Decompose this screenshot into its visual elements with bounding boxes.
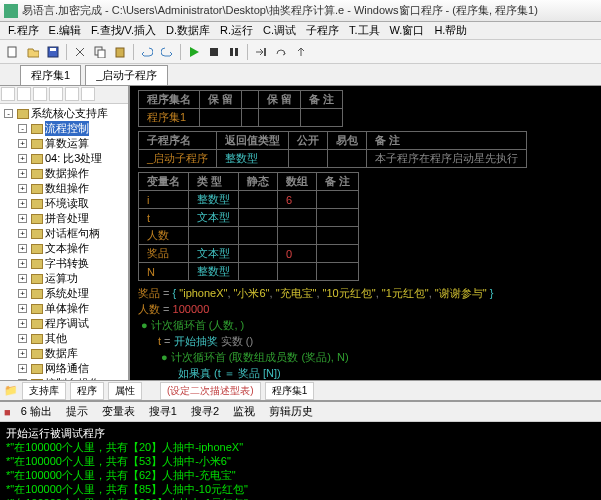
menu-bar: F.程序 E.编辑 F.查找/V.插入 D.数据库 R.运行 C.调试 子程序 … <box>0 22 601 40</box>
ctab-vars[interactable]: 变量表 <box>98 403 139 420</box>
ctab-watch[interactable]: 监视 <box>229 403 259 420</box>
menu-file[interactable]: F.程序 <box>4 22 43 39</box>
tree-item[interactable]: +控制台操作 <box>16 376 126 380</box>
code-line: ● 计次循环首 (人数, ) <box>138 317 593 333</box>
svg-rect-5 <box>116 48 124 57</box>
tab-right[interactable]: _启动子程序 <box>85 65 168 85</box>
svg-rect-2 <box>50 48 56 51</box>
redo-button[interactable] <box>158 43 176 61</box>
tree-item[interactable]: +字书转换 <box>16 256 126 271</box>
console-output[interactable]: 开始运行被调试程序*"在100000个人里，共有【20】人抽中-iphoneX"… <box>0 422 601 500</box>
console-toolbar: ■ 6 输出 提示 变量表 搜寻1 搜寻2 监视 剪辑历史 <box>0 402 601 422</box>
tree-view: -系统核心支持库 -流程控制+算数运算+04: 比3处理+数据操作+数组操作+环… <box>0 104 128 380</box>
app-icon <box>4 4 18 18</box>
undo-button[interactable] <box>138 43 156 61</box>
sidebar-btn[interactable] <box>81 87 95 101</box>
ctab-hint[interactable]: 提示 <box>62 403 92 420</box>
tree-item[interactable]: -流程控制 <box>16 121 126 136</box>
paste-button[interactable] <box>111 43 129 61</box>
code-line: 奖品 = { "iphoneX", "小米6", "充电宝", "10元红包",… <box>138 285 593 301</box>
tree-item[interactable]: +其他 <box>16 331 126 346</box>
tab-support[interactable]: 支持库 <box>22 382 66 400</box>
tree-item[interactable]: +系统处理 <box>16 286 126 301</box>
ctab-search1[interactable]: 搜寻1 <box>145 403 181 420</box>
vars-table: 变量名类 型静态数组备 注 i整数型6t文本型人数奖品文本型0N整数型 <box>138 172 359 281</box>
main-area: -系统核心支持库 -流程控制+算数运算+04: 比3处理+数据操作+数组操作+环… <box>0 86 601 380</box>
svg-rect-0 <box>8 47 16 57</box>
stepover-button[interactable] <box>272 43 290 61</box>
tree-item[interactable]: +文本操作 <box>16 241 126 256</box>
stepout-button[interactable] <box>292 43 310 61</box>
menu-window[interactable]: W.窗口 <box>386 22 429 39</box>
code-line: 人数 = 100000 <box>138 301 593 317</box>
save-button[interactable] <box>44 43 62 61</box>
open-button[interactable] <box>24 43 42 61</box>
copy-button[interactable] <box>91 43 109 61</box>
ctab-output[interactable]: 6 输出 <box>17 403 56 420</box>
sidebar: -系统核心支持库 -流程控制+算数运算+04: 比3处理+数据操作+数组操作+环… <box>0 86 130 380</box>
menu-edit[interactable]: E.编辑 <box>45 22 85 39</box>
pause-button[interactable] <box>225 43 243 61</box>
window-title: 易语言.加密完成 - C:\Users\Administrator\Deskto… <box>22 3 538 18</box>
code-line: t = 开始抽奖 实数 () <box>138 333 593 349</box>
svg-rect-8 <box>235 48 238 56</box>
bt-icon: 📁 <box>4 384 18 397</box>
tree-item[interactable]: +算数运算 <box>16 136 126 151</box>
sidebar-btn[interactable] <box>1 87 15 101</box>
menu-debug[interactable]: C.调试 <box>259 22 300 39</box>
bottom-tabs: 📁 支持库 程序 属性 (设定二次描述型表) 程序集1 <box>0 380 601 400</box>
menu-find[interactable]: F.查找/V.插入 <box>87 22 160 39</box>
tree-item[interactable]: +数组操作 <box>16 181 126 196</box>
menu-run[interactable]: R.运行 <box>216 22 257 39</box>
sidebar-btn[interactable] <box>65 87 79 101</box>
tab-left[interactable]: 程序集1 <box>20 65 81 85</box>
svg-rect-9 <box>264 48 266 56</box>
sidebar-btn[interactable] <box>33 87 47 101</box>
svg-rect-6 <box>210 48 218 56</box>
title-bar: 易语言.加密完成 - C:\Users\Administrator\Deskto… <box>0 0 601 22</box>
tab-type[interactable]: (设定二次描述型表) <box>160 382 261 400</box>
tab-bar: 程序集1 _启动子程序 <box>0 64 601 86</box>
menu-tools[interactable]: T.工具 <box>345 22 384 39</box>
stop-button[interactable] <box>205 43 223 61</box>
tree-item[interactable]: +运算功 <box>16 271 126 286</box>
tree-item[interactable]: +04: 比3处理 <box>16 151 126 166</box>
code-line: 如果真 (t ＝ 奖品 [N]) <box>138 365 593 380</box>
sidebar-btn[interactable] <box>17 87 31 101</box>
tree-item[interactable]: +对话框句柄 <box>16 226 126 241</box>
menu-help[interactable]: H.帮助 <box>430 22 471 39</box>
menu-db[interactable]: D.数据库 <box>162 22 214 39</box>
tree-item[interactable]: +单体操作 <box>16 301 126 316</box>
tree-item[interactable]: +数据库 <box>16 346 126 361</box>
tab-set1[interactable]: 程序集1 <box>265 382 315 400</box>
header-table-2: 子程序名返回值类型公开易包备 注 _启动子程序整数型本子程序在程序启动星先执行 <box>138 131 527 168</box>
new-button[interactable] <box>4 43 22 61</box>
tree-item[interactable]: +数据操作 <box>16 166 126 181</box>
svg-rect-4 <box>98 50 105 58</box>
ctab-search2[interactable]: 搜寻2 <box>187 403 223 420</box>
toolbar <box>0 40 601 64</box>
tree-item[interactable]: +程序调试 <box>16 316 126 331</box>
tree-root[interactable]: -系统核心支持库 <box>2 106 126 121</box>
console-area: ■ 6 输出 提示 变量表 搜寻1 搜寻2 监视 剪辑历史 开始运行被调试程序*… <box>0 400 601 500</box>
tree-item[interactable]: +网络通信 <box>16 361 126 376</box>
svg-rect-7 <box>230 48 233 56</box>
step-button[interactable] <box>252 43 270 61</box>
header-table-1: 程序集名保 留保 留备 注 程序集1 <box>138 90 343 127</box>
ctab-clip[interactable]: 剪辑历史 <box>265 403 317 420</box>
code-editor[interactable]: 程序集名保 留保 留备 注 程序集1 子程序名返回值类型公开易包备 注 _启动子… <box>130 86 601 380</box>
tab-props[interactable]: 属性 <box>108 382 142 400</box>
tree-item[interactable]: +环境读取 <box>16 196 126 211</box>
tree-item[interactable]: +拼音处理 <box>16 211 126 226</box>
sidebar-btn[interactable] <box>49 87 63 101</box>
menu-sub[interactable]: 子程序 <box>302 22 343 39</box>
tab-program[interactable]: 程序 <box>70 382 104 400</box>
cut-button[interactable] <box>71 43 89 61</box>
run-button[interactable] <box>185 43 203 61</box>
code-line: ● 计次循环首 (取数组成员数 (奖品), N) <box>138 349 593 365</box>
sidebar-toolbar <box>0 86 128 104</box>
